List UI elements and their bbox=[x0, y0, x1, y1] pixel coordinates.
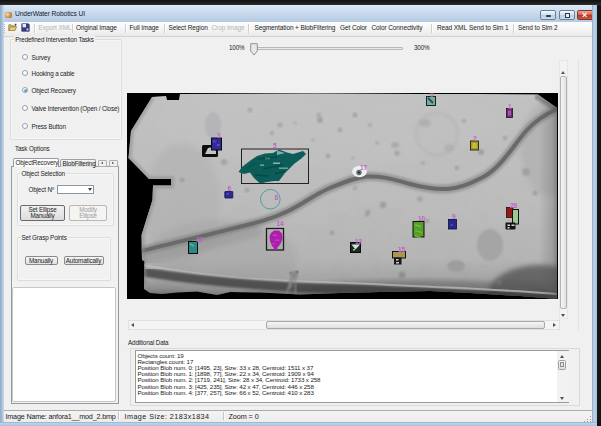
svg-text:5: 5 bbox=[273, 142, 277, 149]
svg-text:6: 6 bbox=[228, 185, 232, 192]
svg-text:3: 3 bbox=[217, 132, 221, 139]
svg-text:12: 12 bbox=[355, 238, 363, 245]
svg-text:15: 15 bbox=[398, 246, 406, 253]
svg-text:2: 2 bbox=[473, 135, 477, 142]
svg-text:10: 10 bbox=[418, 215, 426, 222]
svg-text:14: 14 bbox=[277, 220, 285, 227]
svg-text:1: 1 bbox=[508, 103, 512, 110]
svg-text:0: 0 bbox=[430, 93, 434, 98]
svg-text:9: 9 bbox=[452, 213, 456, 220]
svg-text:17: 17 bbox=[360, 164, 368, 171]
svg-text:28: 28 bbox=[510, 202, 518, 209]
svg-text:13: 13 bbox=[196, 236, 204, 243]
svg-text:8: 8 bbox=[275, 194, 279, 201]
